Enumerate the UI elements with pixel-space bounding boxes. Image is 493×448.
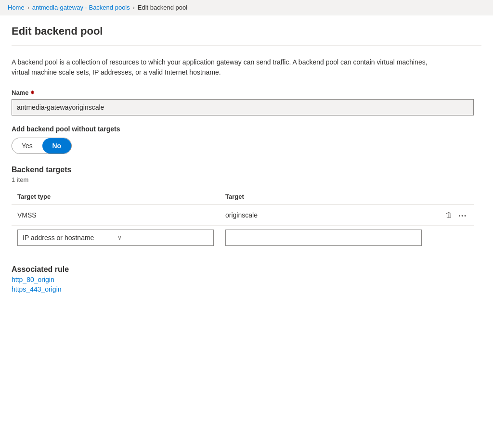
toggle-label: Add backend pool without targets — [12, 125, 481, 133]
dropdown-selected-value: IP address or hostname — [23, 234, 114, 242]
add-type-cell: IP address or hostname ∨ — [12, 226, 220, 250]
name-field-group: Name ✱ — [12, 89, 481, 115]
breadcrumb-current: Edit backend pool — [138, 4, 187, 11]
breadcrumb-home[interactable]: Home — [8, 4, 25, 11]
add-target-row: IP address or hostname ∨ — [12, 226, 474, 250]
breadcrumb-sep-2: › — [133, 4, 135, 11]
target-type-dropdown[interactable]: IP address or hostname ∨ — [17, 230, 214, 246]
target-type-cell: VMSS — [12, 205, 220, 226]
toggle-section: Add backend pool without targets Yes No — [12, 125, 481, 154]
rule-link-http[interactable]: http_80_origin — [12, 276, 481, 283]
target-value-input[interactable] — [225, 230, 422, 246]
more-icon — [458, 211, 467, 219]
breadcrumb-backend-pools[interactable]: antmedia-gateway - Backend pools — [32, 4, 130, 11]
add-actions-cell — [428, 226, 474, 250]
col-header-actions — [428, 189, 474, 205]
name-input[interactable] — [12, 99, 474, 115]
target-actions-cell — [428, 205, 474, 226]
targets-table: Target type Target VMSS originscale — [12, 189, 474, 250]
breadcrumb: Home › antmedia-gateway - Backend pools … — [0, 0, 493, 15]
trash-icon — [445, 211, 453, 219]
table-row: VMSS originscale — [12, 205, 474, 226]
description-text: A backend pool is a collection of resour… — [12, 57, 445, 77]
toggle-group: Yes No — [12, 138, 481, 154]
backend-targets-section: Backend targets 1 item Target type Targe… — [12, 166, 481, 250]
toggle-container[interactable]: Yes No — [12, 138, 72, 154]
more-options-button[interactable] — [457, 210, 468, 220]
item-count: 1 item — [12, 176, 481, 183]
toggle-no[interactable]: No — [42, 138, 71, 154]
associated-rule-title: Associated rule — [12, 265, 481, 274]
table-header-row: Target type Target — [12, 189, 474, 205]
chevron-down-icon: ∨ — [117, 234, 208, 241]
page-title: Edit backend pool — [12, 25, 481, 38]
target-value-cell: originscale — [220, 205, 428, 226]
toggle-yes[interactable]: Yes — [12, 138, 42, 154]
name-label: Name ✱ — [12, 89, 481, 96]
title-divider — [12, 45, 481, 46]
required-indicator: ✱ — [30, 90, 34, 95]
associated-rule-section: Associated rule http_80_origin https_443… — [12, 265, 481, 293]
action-icons — [433, 210, 468, 220]
col-header-target: Target — [220, 189, 428, 205]
backend-targets-title: Backend targets — [12, 166, 481, 174]
breadcrumb-sep-1: › — [27, 4, 29, 11]
col-header-type: Target type — [12, 189, 220, 205]
delete-button[interactable] — [444, 210, 454, 220]
add-target-cell — [220, 226, 428, 250]
rule-link-https[interactable]: https_443_origin — [12, 285, 481, 293]
main-content: Edit backend pool A backend pool is a co… — [0, 15, 493, 305]
